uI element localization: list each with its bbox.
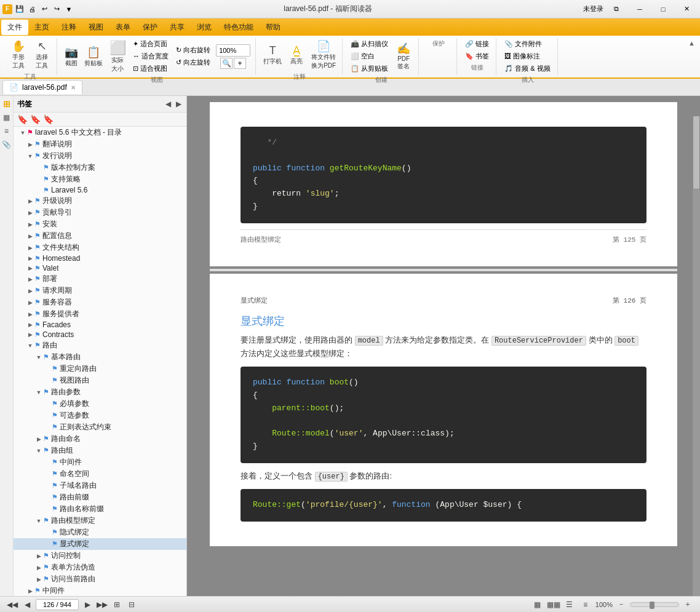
bm-version[interactable]: ▶ ⚑ 版本控制方案 <box>14 162 186 173</box>
view-mode-scroll-button[interactable]: ≡ <box>579 598 592 611</box>
expand-install-icon[interactable]: ▶ <box>26 220 34 229</box>
clipboard-button[interactable]: 📋 剪贴板 <box>82 44 105 69</box>
bm-contracts[interactable]: ▶ ⚑ Contracts <box>14 330 186 340</box>
expand-br-icon[interactable]: ▼ <box>34 353 43 362</box>
expand-fm-icon[interactable]: ▶ <box>34 563 43 572</box>
link-button[interactable]: 🔗 链接 <box>462 38 492 50</box>
bookmark-button[interactable]: 🔖 书签 <box>462 50 492 62</box>
convert-to-pdf-button[interactable]: 📄 将文件转 换为PDF <box>309 38 338 71</box>
expand-sp-icon[interactable]: ▶ <box>26 310 34 319</box>
rotate-right-button[interactable]: ↻ 向右旋转 <box>173 44 213 56</box>
bm-fanyi[interactable]: ▶ ⚑ 翻译说明 <box>14 138 186 150</box>
layers-panel-icon[interactable]: ≡ <box>1 125 12 137</box>
select-tool-button[interactable]: ↖ 选择 工具 <box>31 38 53 71</box>
bm-view-routing[interactable]: ▶ ⚑ 视图路由 <box>14 375 186 386</box>
blank-button[interactable]: ⬜ 空白 <box>348 50 391 62</box>
nav-last-button[interactable]: ▶▶ <box>96 598 108 611</box>
nav-next-button[interactable]: ▶ <box>81 598 93 611</box>
bm-upgrade[interactable]: ▶ ⚑ 升级说明 <box>14 195 186 207</box>
expand-dir-icon[interactable]: ▶ <box>26 244 34 252</box>
image-annotation-button[interactable]: 🖼 图像标注 <box>501 50 554 62</box>
print-icon[interactable]: 🖨 <box>27 4 37 14</box>
zoom-slider-track[interactable] <box>630 602 679 607</box>
hand-tool-button[interactable]: ✋ 手形 工具 <box>7 38 30 71</box>
undo-icon[interactable]: ↩ <box>39 4 49 14</box>
typewriter-button[interactable]: T 打字机 <box>261 43 284 67</box>
highlight-button[interactable]: A̲ 高亮 <box>285 42 308 67</box>
bm-basic-routing[interactable]: ▼ ⚑ 基本路由 <box>14 351 186 363</box>
rotate-left-button[interactable]: ↺ 向左旋转 <box>173 57 213 68</box>
bm-access-control[interactable]: ▶ ⚑ 访问控制 <box>14 550 186 562</box>
bm-regex[interactable]: ▶ ⚑ 正则表达式约束 <box>14 421 186 433</box>
menu-item-view[interactable]: 视图 <box>82 20 109 35</box>
zoom-out-button[interactable]: － <box>615 598 627 611</box>
bm-route-naming[interactable]: ▶ ⚑ 路由命名 <box>14 433 186 445</box>
scrollbar-thumb[interactable] <box>693 116 700 189</box>
expand-ac-icon[interactable]: ▶ <box>34 552 43 560</box>
menu-item-home[interactable]: 主页 <box>28 20 55 35</box>
bm-middleware[interactable]: ▶ ⚑ 中间件 <box>14 456 186 468</box>
bm-prefix[interactable]: ▶ ⚑ 路由前缀 <box>14 491 186 503</box>
bm-current-route[interactable]: ▶ ⚑ 访问当前路由 <box>14 573 186 585</box>
menu-item-protect[interactable]: 保护 <box>137 20 164 35</box>
bm-middleware2[interactable]: ▶ ⚑ 中间件 <box>14 585 186 596</box>
bm-dir[interactable]: ▶ ⚑ 文件夹结构 <box>14 242 186 253</box>
bm-config[interactable]: ▶ ⚑ 配置信息 <box>14 230 186 242</box>
bm-required-params[interactable]: ▶ ⚑ 必填参数 <box>14 398 186 410</box>
bm-subdomain[interactable]: ▶ ⚑ 子域名路由 <box>14 480 186 491</box>
menu-item-help[interactable]: 帮助 <box>260 20 287 35</box>
expand-routing-icon[interactable]: ▼ <box>26 341 34 350</box>
from-scanner-button[interactable]: 📠 从扫描仪 <box>348 38 391 50</box>
expand-mw2-icon[interactable]: ▶ <box>26 587 34 595</box>
bm-name-prefix[interactable]: ▶ ⚑ 路由名称前缀 <box>14 503 186 515</box>
ribbon-collapse-button[interactable]: ▲ <box>688 39 695 47</box>
bm-homestead[interactable]: ▶ ⚑ Homestead <box>14 253 186 263</box>
login-button[interactable]: 未登录 <box>582 1 604 18</box>
bm-support[interactable]: ▶ ⚑ 支持策略 <box>14 173 186 185</box>
expand-contracts-icon[interactable]: ▶ <box>26 330 34 339</box>
zoom-in-small-button[interactable]: + <box>234 58 246 69</box>
fit-visible-button[interactable]: ⊡ 适合视图 <box>130 63 172 74</box>
bm-explicit-binding[interactable]: ▶ ⚑ 显式绑定 <box>14 538 186 550</box>
expand-upgrade-icon[interactable]: ▶ <box>26 197 34 205</box>
expand-valet-icon[interactable]: ▶ <box>26 264 34 272</box>
bm-service-provider[interactable]: ▶ ⚑ 服务提供者 <box>14 308 186 320</box>
redo-icon[interactable]: ↪ <box>52 4 62 14</box>
minimize-button[interactable]: ─ <box>629 1 651 18</box>
bm-model-binding[interactable]: ▼ ⚑ 路由模型绑定 <box>14 515 186 527</box>
menu-item-form[interactable]: 表单 <box>109 20 137 35</box>
expand-fanyi-icon[interactable]: ▶ <box>26 140 34 149</box>
expand-rp-icon[interactable]: ▼ <box>34 388 43 397</box>
bookmark-panel-icon[interactable]: ⊞ <box>1 98 12 109</box>
window-restore-icon[interactable]: ⧉ <box>605 1 627 18</box>
fullscreen-button[interactable]: ⊟ <box>125 598 138 611</box>
attachments-panel-icon[interactable]: 📎 <box>1 139 12 150</box>
bm-deploy[interactable]: ▶ ⚑ 部署 <box>14 273 186 285</box>
bm-valet[interactable]: ▶ ⚑ Valet <box>14 263 186 273</box>
zoom-out-small-button[interactable]: 🔍 <box>220 58 233 69</box>
maximize-button[interactable]: □ <box>652 1 674 18</box>
expand-faxing-icon[interactable]: ▼ <box>26 152 34 161</box>
menu-item-comment[interactable]: 注释 <box>55 20 82 35</box>
file-attachment-button[interactable]: 📎 文件附件 <box>501 38 554 50</box>
tab-laravel-pdf[interactable]: 📄 laravel-56.pdf ✕ <box>2 80 82 94</box>
bm-request-cycle[interactable]: ▶ ⚑ 请求周期 <box>14 285 186 296</box>
expand-rg-icon[interactable]: ▼ <box>34 447 43 455</box>
panel-next-button[interactable]: ▶ <box>175 98 183 109</box>
screenshot-button[interactable]: 📷 截图 <box>62 44 81 69</box>
bm-form-method[interactable]: ▶ ⚑ 表单方法伪造 <box>14 562 186 573</box>
zoom-in-button[interactable]: ＋ <box>682 598 694 611</box>
panel-prev-button[interactable]: ◀ <box>164 98 172 109</box>
pdf-content-area[interactable]: */ public function getRouteKeyName() { r… <box>187 96 700 596</box>
bm-routing[interactable]: ▼ ⚑ 路由 <box>14 340 186 351</box>
bm-service-container[interactable]: ▶ ⚑ 服务容器 <box>14 296 186 308</box>
fit-page-button[interactable]: ✦ 适合页面 <box>130 38 172 50</box>
fit-width-button[interactable]: ↔ 适合宽度 <box>130 50 172 62</box>
audio-video-button[interactable]: 🎵 音频 & 视频 <box>501 63 554 74</box>
bm-faxing[interactable]: ▼ ⚑ 发行说明 <box>14 150 186 162</box>
bm-laravel56[interactable]: ▶ ⚑ Laravel 5.6 <box>14 185 186 195</box>
expand-homestead-icon[interactable]: ▶ <box>26 254 34 263</box>
expand-mb-icon[interactable]: ▼ <box>34 517 43 525</box>
close-button[interactable]: ✕ <box>675 1 698 18</box>
bm-contrib[interactable]: ▶ ⚑ 贡献导引 <box>14 207 186 218</box>
